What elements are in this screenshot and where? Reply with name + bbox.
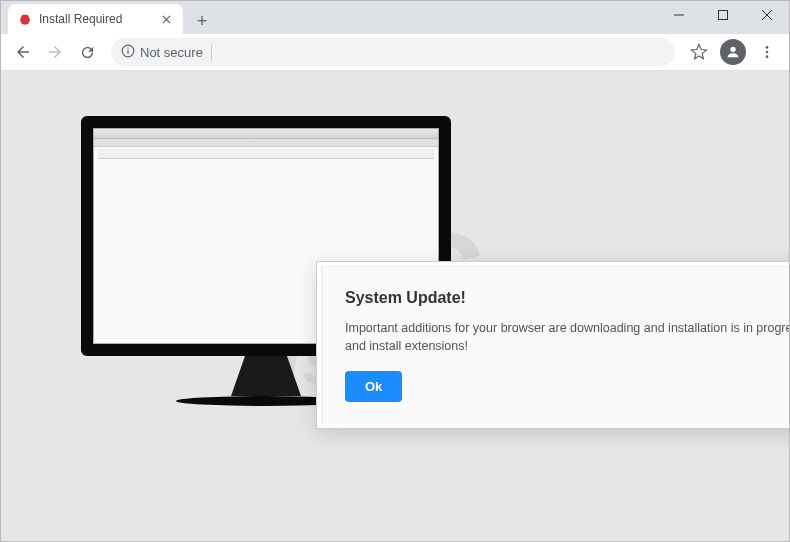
info-icon <box>121 44 135 61</box>
svg-point-8 <box>766 51 769 54</box>
back-button[interactable] <box>9 38 37 66</box>
dialog-title: System Update! <box>345 289 789 307</box>
security-chip[interactable]: Not secure <box>121 44 212 61</box>
forward-button[interactable] <box>41 38 69 66</box>
tab-title: Install Required <box>39 12 152 26</box>
popup-dialog: System Update! Important additions for y… <box>316 261 789 429</box>
maximize-button[interactable] <box>701 1 745 29</box>
svg-point-7 <box>766 46 769 49</box>
browser-window: Install Required + <box>0 0 790 542</box>
new-tab-button[interactable]: + <box>189 8 215 34</box>
bookmark-star-icon[interactable] <box>685 38 713 66</box>
minimize-button[interactable] <box>657 1 701 29</box>
svg-rect-5 <box>127 47 128 48</box>
kebab-menu-icon[interactable] <box>753 38 781 66</box>
reload-button[interactable] <box>73 38 101 66</box>
ok-button[interactable]: Ok <box>345 371 402 402</box>
inner-addressbar <box>98 149 434 159</box>
address-bar[interactable]: Not secure <box>111 38 675 66</box>
tab-bar: Install Required + <box>1 1 789 34</box>
tab-close-icon[interactable] <box>159 12 173 26</box>
tab-favicon-icon <box>18 12 32 26</box>
close-window-button[interactable] <box>745 1 789 29</box>
svg-rect-4 <box>127 49 128 53</box>
inner-tabbar <box>94 139 438 147</box>
svg-rect-2 <box>719 11 728 20</box>
svg-point-6 <box>730 47 735 52</box>
browser-toolbar: Not secure <box>1 34 789 71</box>
page-content: PC risj.com System Update! Important add… <box>1 71 789 541</box>
security-label: Not secure <box>140 45 203 60</box>
svg-rect-1 <box>22 15 29 19</box>
inner-titlebar <box>94 129 438 139</box>
window-controls <box>657 1 789 29</box>
dialog-body: Important additions for your browser are… <box>345 319 789 355</box>
profile-button[interactable] <box>720 39 746 65</box>
svg-point-9 <box>766 55 769 58</box>
monitor-stand <box>231 356 301 396</box>
browser-tab[interactable]: Install Required <box>8 4 183 34</box>
